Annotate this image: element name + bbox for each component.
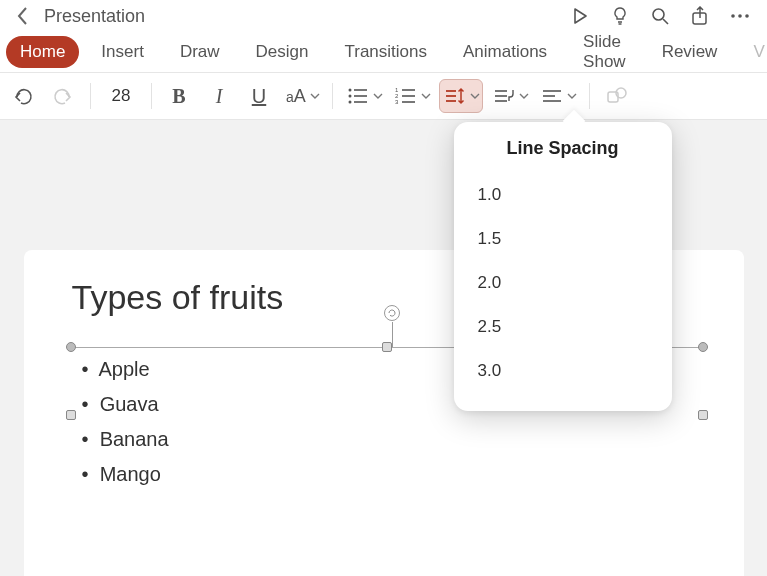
line-spacing-option[interactable]: 1.5 [476,217,650,261]
play-slideshow-button[interactable] [569,5,591,27]
line-spacing-popover: Line Spacing 1.0 1.5 2.0 2.5 3.0 [454,122,672,411]
svg-point-4 [738,14,742,18]
tab-view-partial[interactable]: V [739,36,767,68]
chevron-down-icon [470,91,480,101]
redo-button[interactable] [46,79,80,113]
play-icon [570,6,590,26]
rotate-handle-line [392,322,393,348]
back-button[interactable] [6,0,40,32]
resize-handle-mid-right[interactable] [698,410,708,420]
ideas-button[interactable] [609,5,631,27]
text-direction-button[interactable] [489,79,531,113]
tab-home[interactable]: Home [6,36,79,68]
redo-icon [52,85,74,107]
lightbulb-icon [610,6,630,26]
undo-icon [12,85,34,107]
search-icon [650,6,670,26]
rotate-icon [387,308,397,318]
svg-text:3: 3 [395,99,399,105]
align-button[interactable] [537,79,579,113]
search-button[interactable] [649,5,671,27]
svg-point-0 [653,9,664,20]
rotate-handle[interactable] [384,305,400,321]
line-spacing-option[interactable]: 2.0 [476,261,650,305]
undo-button[interactable] [6,79,40,113]
tab-insert[interactable]: Insert [87,36,158,68]
chevron-down-icon [421,91,431,101]
numbered-list-icon: 1 2 3 [395,86,417,106]
slide-canvas-area: Types of fruits Apple Guava Banana Mango… [0,120,767,576]
tab-draw[interactable]: Draw [166,36,234,68]
tab-slide-show[interactable]: Slide Show [569,26,640,78]
text-direction-icon [493,86,515,106]
share-icon [690,6,710,26]
font-formatting-button[interactable]: aA [282,79,322,113]
ellipsis-icon [729,6,751,26]
chevron-down-icon [310,91,320,101]
home-toolbar: 28 B I U aA 1 2 3 [0,72,767,120]
line-spacing-icon [444,86,466,106]
resize-handle-top-center[interactable] [382,342,392,352]
bold-button[interactable]: B [162,79,196,113]
line-spacing-option[interactable]: 1.0 [476,173,650,217]
resize-handle-top-right[interactable] [698,342,708,352]
resize-handle-mid-left[interactable] [66,410,76,420]
share-button[interactable] [689,5,711,27]
slide[interactable]: Types of fruits Apple Guava Banana Mango… [24,250,744,576]
tab-review[interactable]: Review [648,36,732,68]
chevron-down-icon [519,91,529,101]
list-item[interactable]: Banana [82,422,700,457]
bullet-list-icon [347,86,369,106]
italic-button[interactable]: I [202,79,236,113]
svg-point-5 [745,14,749,18]
underline-button[interactable]: U [242,79,276,113]
tab-transitions[interactable]: Transitions [330,36,441,68]
bullet-list-button[interactable] [343,79,385,113]
resize-handle-top-left[interactable] [66,342,76,352]
chevron-down-icon [567,91,577,101]
align-left-icon [541,86,563,106]
svg-line-1 [663,19,668,24]
shapes-icon [606,86,628,106]
numbered-list-button[interactable]: 1 2 3 [391,79,433,113]
svg-point-8 [348,95,351,98]
line-spacing-option[interactable]: 3.0 [476,349,650,393]
list-item[interactable]: Mango [82,457,700,492]
popover-title: Line Spacing [476,138,650,159]
font-formatting-icon: aA [286,86,306,107]
tab-design[interactable]: Design [242,36,323,68]
shapes-button[interactable] [600,79,634,113]
svg-point-3 [731,14,735,18]
tab-animations[interactable]: Animations [449,36,561,68]
ribbon-tabs: Home Insert Draw Design Transitions Anim… [0,32,767,72]
line-spacing-option[interactable]: 2.5 [476,305,650,349]
document-title: Presentation [44,6,145,27]
chevron-down-icon [373,91,383,101]
line-spacing-button[interactable] [439,79,483,113]
chevron-left-icon [16,6,30,26]
more-button[interactable] [729,5,751,27]
svg-point-6 [348,89,351,92]
font-size-field[interactable]: 28 [101,79,141,113]
svg-point-10 [348,101,351,104]
